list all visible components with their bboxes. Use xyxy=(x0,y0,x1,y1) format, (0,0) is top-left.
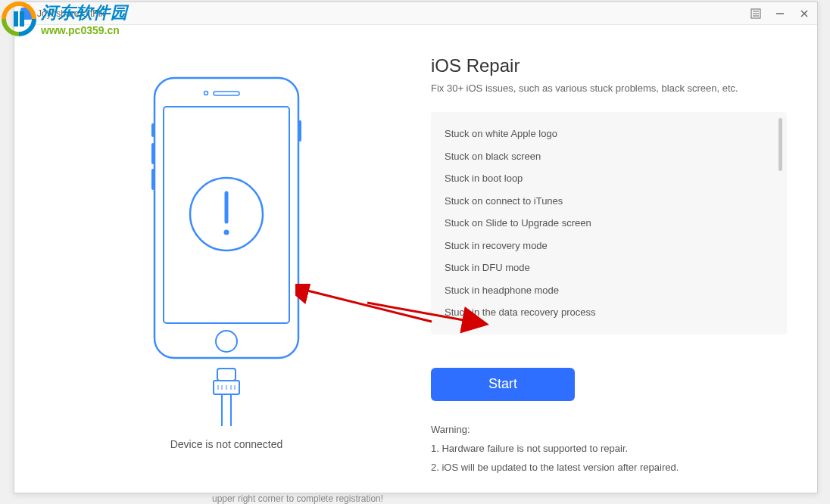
warning-item: 2. iOS will be updated to the latest ver… xyxy=(431,462,787,473)
minimize-button[interactable] xyxy=(773,7,787,20)
app-icon xyxy=(20,8,33,20)
warning-item: 1. Hardware failure is not supported to … xyxy=(431,443,787,454)
issue-item: Stuck in boot loop xyxy=(445,167,773,190)
svg-rect-15 xyxy=(151,123,154,137)
start-button[interactable]: Start xyxy=(431,368,575,401)
svg-point-12 xyxy=(204,92,208,95)
issue-item: Stuck on white Apple logo xyxy=(445,123,773,145)
titlebar: Joyoshare UltFix xyxy=(14,2,817,25)
issue-item: Stuck in DFU mode xyxy=(445,257,773,279)
menu-button[interactable] xyxy=(749,7,763,20)
svg-rect-11 xyxy=(214,92,239,95)
device-panel: Device is not connected xyxy=(37,55,416,478)
phone-illustration xyxy=(147,70,306,426)
issue-item: Stuck on Slide to Upgrade screen xyxy=(445,212,773,235)
svg-rect-21 xyxy=(217,369,236,381)
device-status-text: Device is not connected xyxy=(170,438,283,450)
issue-item: Stuck on connect to iTunes xyxy=(445,190,773,213)
repair-subtitle: Fix 30+ iOS issues, such as various stuc… xyxy=(431,82,787,94)
issue-item: Stuck in recovery mode xyxy=(445,235,773,257)
svg-point-20 xyxy=(224,230,229,235)
warning-section: Warning: 1. Hardware failure is not supp… xyxy=(431,424,787,473)
window-title: Joyoshare UltFix xyxy=(37,8,749,19)
issues-list[interactable]: Stuck on white Apple logo Stuck on black… xyxy=(431,112,787,334)
svg-rect-17 xyxy=(151,169,154,190)
svg-point-13 xyxy=(216,331,237,352)
issue-item: Stuck in headphone mode xyxy=(445,279,773,302)
issue-item: Stuck in the data recovery process xyxy=(445,301,773,324)
application-window: Joyoshare UltFix xyxy=(14,2,818,493)
scrollbar-thumb[interactable] xyxy=(779,118,782,171)
warning-label: Warning: xyxy=(431,424,787,435)
issue-item: Stuck on black screen xyxy=(445,145,773,168)
close-button[interactable] xyxy=(797,7,811,20)
repair-title: iOS Repair xyxy=(431,55,787,76)
footer-text-fragment: upper right corner to complete registrat… xyxy=(212,493,383,504)
svg-rect-14 xyxy=(298,120,301,142)
repair-panel: iOS Repair Fix 30+ iOS issues, such as v… xyxy=(416,55,794,478)
svg-rect-16 xyxy=(151,143,154,164)
